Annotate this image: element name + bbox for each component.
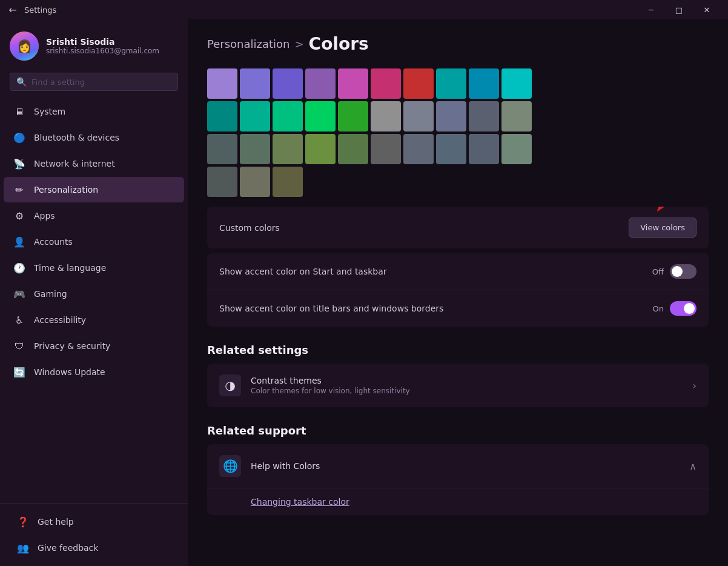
color-swatch[interactable]	[469, 101, 499, 132]
help-colors-row[interactable]: 🌐 Help with Colors ∧	[207, 444, 709, 488]
sidebar-item-personalization[interactable]: ✏️ Personalization	[4, 177, 184, 202]
custom-colors-row: Custom colors View colors	[207, 207, 709, 248]
maximize-button[interactable]: □	[665, 0, 693, 19]
accent-taskbar-toggle[interactable]	[670, 264, 697, 279]
sidebar-item-update[interactable]: 🔄 Windows Update	[4, 359, 184, 385]
color-swatch[interactable]	[207, 167, 237, 197]
color-swatch[interactable]	[371, 101, 401, 132]
nav-list: 🖥 System 🔵 Bluetooth & devices 📡 Network…	[0, 98, 188, 385]
sidebar-item-time[interactable]: 🕐 Time & language	[4, 255, 184, 281]
user-email: srishti.sisodia1603@gmail.com	[46, 47, 159, 55]
accent-taskbar-state: Off	[652, 267, 664, 276]
accent-titlebars-toggle[interactable]	[670, 301, 697, 316]
privacy-icon: 🛡	[13, 340, 25, 352]
accent-titlebars-label: Show accent color on title bars and wind…	[219, 304, 443, 313]
back-button[interactable]: ←	[7, 4, 18, 15]
sidebar-item-accessibility[interactable]: ♿ Accessibility	[4, 307, 184, 333]
breadcrumb-current: Colors	[309, 34, 369, 54]
accent-color-section: Show accent color on Start and taskbar O…	[207, 253, 709, 327]
changing-taskbar-color-link[interactable]: Changing taskbar color	[207, 488, 709, 515]
search-input[interactable]	[31, 78, 171, 87]
search-box[interactable]: 🔍	[10, 73, 178, 91]
window-controls: ─ □ ✕	[637, 0, 721, 19]
accent-taskbar-label: Show accent color on Start and taskbar	[219, 267, 387, 276]
minimize-button[interactable]: ─	[637, 0, 665, 19]
accounts-icon: 👤	[13, 236, 25, 248]
color-swatch[interactable]	[469, 134, 499, 164]
time-icon: 🕐	[13, 262, 25, 274]
content-area: Personalization > Colors Custom colors	[188, 19, 728, 566]
color-swatch[interactable]	[305, 101, 336, 132]
sidebar-item-accounts[interactable]: 👤 Accounts	[4, 229, 184, 255]
chevron-right-icon: ›	[693, 380, 697, 391]
color-swatch[interactable]	[273, 101, 303, 132]
color-swatch[interactable]	[371, 134, 401, 164]
color-swatch[interactable]	[273, 68, 303, 99]
color-swatch[interactable]	[436, 134, 466, 164]
apps-icon: ⚙	[13, 210, 25, 222]
bottom-nav: ❓ Get help 👥 Give feedback	[0, 503, 188, 566]
help-colors-icon: 🌐	[219, 455, 241, 477]
contrast-themes-desc: Color themes for low vision, light sensi…	[251, 387, 683, 395]
color-swatch[interactable]	[207, 101, 237, 132]
breadcrumb-parent[interactable]: Personalization	[207, 38, 290, 50]
color-swatch[interactable]	[501, 68, 532, 99]
color-swatch[interactable]	[436, 101, 466, 132]
sidebar-item-gaming[interactable]: 🎮 Gaming	[4, 281, 184, 307]
close-button[interactable]: ✕	[693, 0, 721, 19]
network-icon: 📡	[13, 158, 25, 170]
color-swatch[interactable]	[240, 167, 270, 197]
accessibility-icon: ♿	[13, 314, 25, 326]
sidebar-item-apps-label: Apps	[34, 211, 55, 221]
color-swatch[interactable]	[469, 68, 499, 99]
color-swatch[interactable]	[371, 68, 401, 99]
sidebar-item-system-label: System	[34, 107, 65, 116]
color-swatch[interactable]	[273, 134, 303, 164]
contrast-themes-title: Contrast themes	[251, 376, 683, 385]
sidebar-item-help[interactable]: ❓ Get help	[7, 509, 180, 534]
feedback-icon: 👥	[17, 542, 29, 554]
titlebar: ← Settings ─ □ ✕	[0, 0, 728, 19]
color-grid	[207, 68, 709, 197]
breadcrumb-separator: >	[294, 38, 303, 50]
color-swatch[interactable]	[501, 134, 532, 164]
sidebar-item-system[interactable]: 🖥 System	[4, 99, 184, 124]
color-swatch[interactable]	[305, 134, 336, 164]
color-swatch[interactable]	[240, 101, 270, 132]
color-swatch[interactable]	[403, 134, 434, 164]
avatar: 👩	[10, 32, 39, 61]
sidebar-item-feedback[interactable]: 👥 Give feedback	[7, 535, 180, 561]
sidebar-item-help-label: Get help	[38, 517, 74, 527]
bluetooth-icon: 🔵	[13, 132, 25, 144]
related-settings-card: ◑ Contrast themes Color themes for low v…	[207, 364, 709, 407]
color-swatch[interactable]	[273, 167, 303, 197]
color-swatch[interactable]	[338, 68, 368, 99]
color-swatch[interactable]	[240, 134, 270, 164]
sidebar-item-privacy[interactable]: 🛡 Privacy & security	[4, 333, 184, 359]
sidebar-item-accessibility-label: Accessibility	[34, 315, 86, 325]
color-swatch[interactable]	[240, 68, 270, 99]
sidebar-item-gaming-label: Gaming	[34, 289, 67, 299]
accent-taskbar-row: Show accent color on Start and taskbar O…	[207, 253, 709, 290]
color-swatch[interactable]	[403, 101, 434, 132]
sidebar: 👩 Srishti Sisodia srishti.sisodia1603@gm…	[0, 19, 188, 566]
color-swatch[interactable]	[338, 134, 368, 164]
sidebar-item-bluetooth[interactable]: 🔵 Bluetooth & devices	[4, 125, 184, 150]
sidebar-item-apps[interactable]: ⚙ Apps	[4, 203, 184, 228]
color-swatch[interactable]	[207, 134, 237, 164]
sidebar-item-network-label: Network & internet	[34, 159, 115, 168]
color-swatch[interactable]	[436, 68, 466, 99]
help-icon: ❓	[17, 516, 29, 528]
color-swatch[interactable]	[403, 68, 434, 99]
color-swatch[interactable]	[305, 68, 336, 99]
breadcrumb: Personalization > Colors	[207, 34, 709, 54]
contrast-themes-icon: ◑	[219, 375, 241, 396]
user-name: Srishti Sisodia	[46, 37, 159, 47]
color-swatch[interactable]	[501, 101, 532, 132]
sidebar-item-network[interactable]: 📡 Network & internet	[4, 151, 184, 176]
color-swatch[interactable]	[207, 68, 237, 99]
help-colors-title: Help with Colors	[251, 461, 320, 471]
contrast-themes-row[interactable]: ◑ Contrast themes Color themes for low v…	[207, 364, 709, 407]
color-swatch[interactable]	[338, 101, 368, 132]
view-colors-button[interactable]: View colors	[629, 218, 697, 238]
